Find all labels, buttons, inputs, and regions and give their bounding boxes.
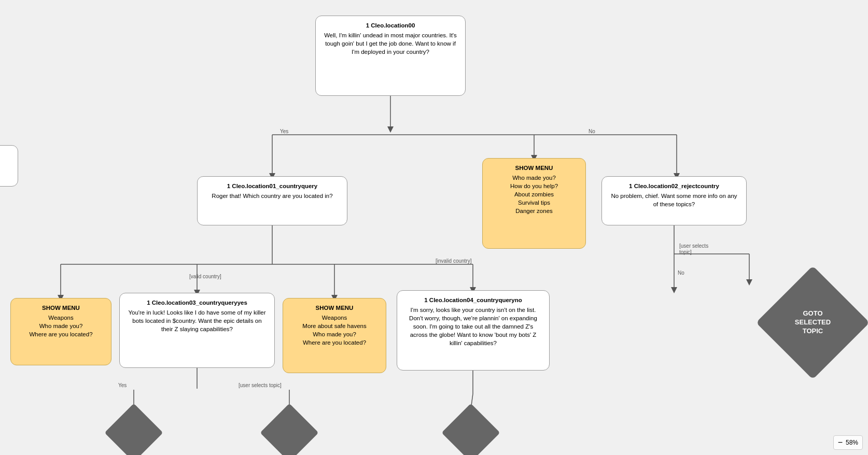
node-goto-selected-topic[interactable]: GOTOSELECTEDTOPIC xyxy=(773,282,853,363)
yes-label-bottom: Yes xyxy=(118,382,127,388)
node-diamond-bottom-right xyxy=(450,412,492,453)
node-cleo-loc03-text: You're in luck! Looks like I do have som… xyxy=(128,309,265,332)
node-cleo-loc04-text: I'm sorry, looks like your country isn't… xyxy=(409,307,537,346)
zoom-indicator: − 58% xyxy=(833,435,863,450)
node-show-menu-mid-title: SHOW MENU xyxy=(290,304,379,312)
goto-selected-topic-label: GOTOSELECTEDTOPIC xyxy=(773,282,853,363)
node-show-menu-1-items: Who made you? How do you help? About zom… xyxy=(490,174,578,215)
node-show-menu-mid[interactable]: SHOW MENU Weapons More about safe havens… xyxy=(283,298,386,373)
menu-item-survival: Survival tips xyxy=(490,198,578,207)
zoom-minus-button[interactable]: − xyxy=(838,438,843,447)
valid-country-label: [valid country] xyxy=(189,274,221,279)
menu-item-weapons-mid: Weapons xyxy=(290,314,379,322)
menu-item-safe-havens: More about safe havens xyxy=(290,322,379,330)
node-cleo-loc03-title: 1 Cleo.location03_countryqueryyes xyxy=(127,298,267,307)
invalid-country-label: [invalid country] xyxy=(436,258,472,264)
node-cleo-loc03[interactable]: 1 Cleo.location03_countryqueryyes You're… xyxy=(119,293,275,368)
flowchart-canvas: Yes No [valid country] [invalid country]… xyxy=(0,0,868,455)
node-diamond-bottom-left xyxy=(113,412,155,453)
yes-label: Yes xyxy=(280,129,288,134)
node-diamond-bottom-mid xyxy=(269,412,310,453)
menu-item-who-made-mid: Who made you? xyxy=(290,330,379,338)
partial-left-node: lse xyxy=(0,145,18,187)
user-selects-label: [user selects xyxy=(679,243,708,249)
node-cleo-loc01-title: 1 Cleo.location01_countryquery xyxy=(205,182,340,190)
no-label-top: No xyxy=(589,129,595,134)
menu-item-how-help: How do you help? xyxy=(490,182,578,190)
node-show-menu-mid-items: Weapons More about safe havens Who made … xyxy=(290,314,379,347)
menu-item-about-zombies: About zombies xyxy=(490,190,578,198)
node-show-menu-left[interactable]: SHOW MENU Weapons Who made you? Where ar… xyxy=(10,298,111,365)
menu-item-who-made-you: Who made you? xyxy=(490,174,578,182)
menu-item-where-left: Where are you located? xyxy=(18,330,104,338)
node-cleo-loc00-title: 1 Cleo.location00 xyxy=(323,21,458,30)
menu-item-who-made-left: Who made you? xyxy=(18,322,104,330)
node-cleo-loc02-title: 1 Cleo.location02_rejectcountry xyxy=(609,182,739,190)
menu-item-where-mid: Where are you located? xyxy=(290,338,379,347)
node-show-menu-1[interactable]: SHOW MENU Who made you? How do you help?… xyxy=(482,158,586,249)
node-cleo-loc01[interactable]: 1 Cleo.location01_countryquery Roger tha… xyxy=(197,176,347,225)
node-cleo-loc01-text: Roger that! Which country are you locate… xyxy=(212,193,332,199)
node-cleo-loc04-title: 1 Cleo.location04_countryqueryno xyxy=(404,296,542,304)
menu-item-weapons-left: Weapons xyxy=(18,314,104,322)
node-cleo-loc02[interactable]: 1 Cleo.location02_rejectcountry No probl… xyxy=(601,176,747,225)
node-show-menu-1-title: SHOW MENU xyxy=(490,164,578,172)
no-label-right: No xyxy=(678,270,684,276)
node-show-menu-left-items: Weapons Who made you? Where are you loca… xyxy=(18,314,104,338)
node-show-menu-left-title: SHOW MENU xyxy=(18,304,104,312)
zoom-level: 58% xyxy=(846,439,858,446)
user-selects-label2: topic] xyxy=(679,249,692,255)
node-cleo-loc00-text: Well, I'm killin' undead in most major c… xyxy=(324,32,457,55)
node-cleo-loc02-text: No problem, chief. Want some more info o… xyxy=(611,193,737,207)
node-cleo-loc04[interactable]: 1 Cleo.location04_countryqueryno I'm sor… xyxy=(397,290,550,371)
user-selects-bottom: [user selects topic] xyxy=(239,382,282,388)
menu-item-danger: Danger zones xyxy=(490,207,578,215)
node-cleo-loc00[interactable]: 1 Cleo.location00 Well, I'm killin' unde… xyxy=(315,16,466,96)
